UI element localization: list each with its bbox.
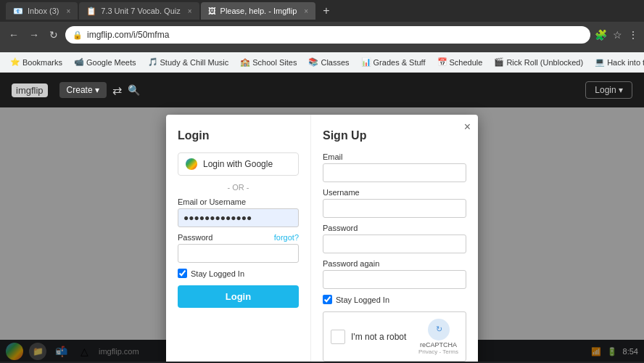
bookmark-grades-label: Grades & Stuff (373, 58, 426, 67)
signup-username-input[interactable] (323, 199, 466, 218)
recaptcha-terms: Privacy - Terms (418, 348, 458, 355)
address-bar-row: ← → ↻ 🔒 imgflip.com/i/50mfma 🧩 ☆ ⋮ (0, 22, 644, 48)
signup-password-again-label: Password again (323, 259, 466, 268)
captcha-logo: ↻ reCAPTCHA Privacy - Terms (418, 318, 458, 355)
bookmark-classes-icon: 📚 (308, 57, 318, 67)
bookmark-meets-label: Google Meets (86, 58, 136, 67)
new-tab-button[interactable]: + (317, 4, 335, 17)
bookmark-schedule-label: Schedule (450, 58, 483, 67)
bookmark-schedule-icon: 📅 (437, 57, 447, 67)
imgflip-logo[interactable]: imgflip (12, 83, 48, 97)
modal-close-button[interactable]: × (464, 121, 471, 134)
captcha-box: I'm not a robot ↻ reCAPTCHA Privacy - Te… (323, 311, 466, 362)
bookmark-music-label: Study & Chill Music (160, 58, 229, 67)
bookmark-rickroll[interactable]: 🎬 Rick Roll (Unblocked) (490, 56, 587, 68)
signup-panel: Sign Up Email Username Password Password… (311, 115, 478, 362)
bookmark-rickroll-icon: 🎬 (494, 57, 504, 67)
bookmark-schedule[interactable]: 📅 Schedule (433, 56, 487, 68)
tab-imgflip-close[interactable]: × (304, 7, 308, 15)
tab-inbox-close[interactable]: × (66, 7, 70, 15)
bookmark-classes-label: Classes (321, 58, 349, 67)
signup-username-label: Username (323, 188, 466, 197)
logo-text: imgflip (16, 85, 44, 96)
tab-vocab[interactable]: 📋 7.3 Unit 7 Vocab. Quiz × (79, 2, 199, 20)
address-text: imgflip.com/i/50mfma (87, 30, 169, 40)
login-button[interactable]: Login ▾ (585, 81, 632, 99)
tab-inbox-favicon: 📧 (13, 7, 23, 16)
google-login-button[interactable]: Login with Google (178, 152, 299, 176)
bookmark-music[interactable]: 🎵 Study & Chill Music (144, 56, 234, 68)
imgflip-header: imgflip Create ▾ ⇄ 🔍 Login ▾ (0, 73, 644, 107)
forgot-link[interactable]: forgot? (274, 233, 299, 242)
bookmarks-bar: ⭐ Bookmarks 📹 Google Meets 🎵 Study & Chi… (0, 52, 644, 73)
bookmark-music-icon: 🎵 (148, 57, 158, 67)
tab-inbox[interactable]: 📧 Inbox (3) × (6, 2, 78, 20)
search-icon[interactable]: 🔍 (128, 84, 140, 96)
bookmark-hack[interactable]: 💻 Hack into the matrix (590, 56, 644, 68)
shuffle-icon[interactable]: ⇄ (112, 83, 122, 97)
bookmark-rickroll-label: Rick Roll (Unblocked) (506, 58, 583, 67)
header-nav: Create ▾ ⇄ 🔍 (59, 82, 574, 98)
email-label: Email or Username (178, 197, 299, 206)
password-label: Password (178, 233, 212, 242)
signup-stay-logged-in-checkbox[interactable] (323, 295, 332, 304)
modal-backdrop: × Login Login with Google - OR - Email o… (0, 107, 644, 362)
refresh-button[interactable]: ↻ (46, 28, 61, 42)
bookmark-hack-icon: 💻 (595, 57, 605, 67)
signup-password-input[interactable] (323, 234, 466, 253)
google-login-label: Login with Google (203, 159, 273, 169)
extensions-icon[interactable]: 🧩 (595, 29, 607, 41)
forward-button[interactable]: → (26, 28, 42, 42)
tab-vocab-label: 7.3 Unit 7 Vocab. Quiz (101, 7, 180, 15)
recaptcha-icon: ↻ (427, 318, 450, 341)
tab-bar: 📧 Inbox (3) × 📋 7.3 Unit 7 Vocab. Quiz ×… (0, 0, 644, 22)
captcha-check: I'm not a robot (331, 330, 406, 344)
login-title: Login (178, 129, 299, 142)
bookmark-classes[interactable]: 📚 Classes (304, 56, 353, 68)
bookmark-bookmarks-label: Bookmarks (22, 58, 62, 67)
bookmark-school[interactable]: 🏫 School Sites (236, 56, 301, 68)
tab-vocab-favicon: 📋 (86, 7, 96, 16)
recaptcha-brand: reCAPTCHA (420, 341, 457, 348)
bookmark-meets[interactable]: 📹 Google Meets (70, 56, 140, 68)
bookmark-hack-label: Hack into the matrix (607, 58, 644, 67)
bookmark-meets-icon: 📹 (74, 57, 84, 67)
login-panel: Login Login with Google - OR - Email or … (166, 115, 311, 362)
tab-imgflip[interactable]: 🖼 Please, help. - Imgflip × (201, 2, 316, 20)
stay-logged-in-row: Stay Logged In (178, 269, 299, 278)
signup-password-again-input[interactable] (323, 270, 466, 289)
bookmark-grades-icon: 📊 (361, 57, 371, 67)
signup-stay-logged-in-label: Stay Logged In (336, 295, 389, 304)
bookmark-bookmarks[interactable]: ⭐ Bookmarks (6, 56, 67, 68)
stay-logged-in-checkbox[interactable] (178, 269, 187, 278)
or-divider: - OR - (178, 183, 299, 192)
bookmark-bookmarks-icon: ⭐ (10, 57, 20, 67)
tab-inbox-label: Inbox (3) (28, 7, 59, 15)
stay-logged-in-label: Stay Logged In (191, 269, 244, 278)
captcha-label: I'm not a robot (351, 332, 406, 342)
login-submit-button[interactable]: Login (178, 285, 299, 308)
signup-email-input[interactable] (323, 163, 466, 182)
captcha-checkbox[interactable] (331, 330, 345, 344)
password-input[interactable] (178, 244, 299, 263)
bookmark-icon[interactable]: ☆ (613, 29, 622, 41)
bookmark-grades[interactable]: 📊 Grades & Stuff (357, 56, 430, 68)
back-button[interactable]: ← (6, 28, 22, 42)
tab-imgflip-label: Please, help. - Imgflip (220, 7, 297, 15)
create-button[interactable]: Create ▾ (59, 82, 107, 98)
svg-text:↻: ↻ (435, 325, 442, 333)
signup-title: Sign Up (323, 129, 466, 142)
signup-stay-logged-in-row: Stay Logged In (323, 295, 466, 304)
bookmark-school-label: School Sites (252, 58, 297, 67)
browser-icons: 🧩 ☆ ⋮ (595, 29, 638, 41)
email-input[interactable] (178, 208, 299, 227)
settings-icon[interactable]: ⋮ (628, 29, 638, 41)
page-content: imgflip Create ▾ ⇄ 🔍 Login ▾ Please, hel… (0, 73, 644, 362)
address-bar[interactable]: 🔒 imgflip.com/i/50mfma (65, 26, 590, 44)
signup-email-label: Email (323, 152, 466, 161)
tab-imgflip-favicon: 🖼 (208, 7, 216, 15)
bookmark-school-icon: 🏫 (240, 57, 250, 67)
modal-container: × Login Login with Google - OR - Email o… (166, 115, 478, 362)
tab-vocab-close[interactable]: × (188, 7, 192, 15)
signup-password-label: Password (323, 224, 466, 232)
